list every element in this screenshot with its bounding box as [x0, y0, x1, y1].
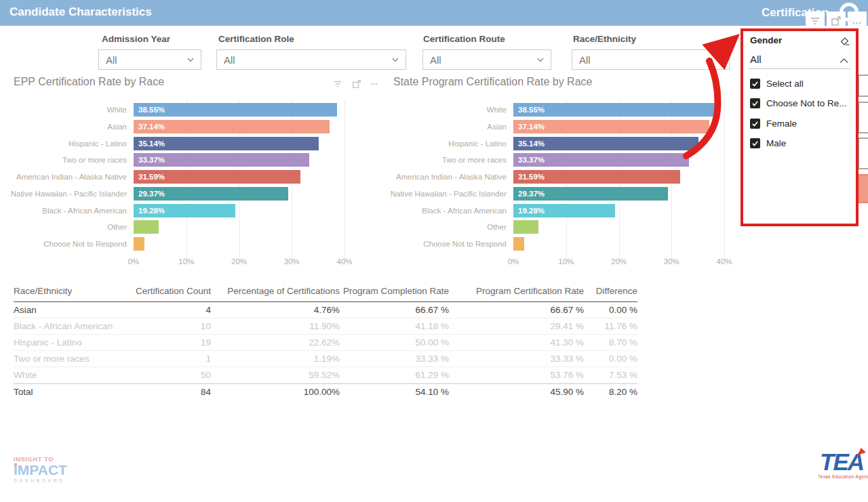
category-label: Other — [390, 220, 510, 234]
clear-selections-button[interactable] — [840, 35, 850, 49]
table-cell[interactable]: 66.67 % — [449, 302, 584, 318]
table-cell[interactable]: 0.00 % — [584, 351, 637, 367]
tea-logo-subtext: Texas Education Agency — [818, 474, 865, 479]
gender-option-select-all[interactable]: Select all — [750, 75, 804, 92]
table-cell[interactable]: 59.52% — [211, 367, 340, 383]
filter-dropdown-certification-role[interactable]: All — [216, 49, 406, 70]
table-cell[interactable]: 41.18 % — [340, 318, 449, 335]
x-axis-tick: 30% — [278, 257, 305, 266]
checkbox-checked-icon[interactable] — [750, 119, 760, 129]
bar-black-african-american[interactable]: 19.28% — [134, 204, 235, 217]
checkbox-checked-icon[interactable] — [750, 138, 760, 148]
visual-filter-button[interactable] — [806, 12, 825, 30]
bar-white[interactable]: 38.55% — [134, 103, 337, 117]
table-cell[interactable]: 100.00% — [211, 383, 340, 400]
bar-native-hawaiian-pacific-islander[interactable]: 29.37% — [513, 187, 668, 201]
bar-black-african-american[interactable]: 19.28% — [513, 204, 615, 217]
filter-dropdown-admission-year[interactable]: All — [98, 49, 201, 70]
table-cell[interactable]: 4.76% — [211, 302, 340, 318]
checkbox-checked-icon[interactable] — [750, 98, 760, 108]
table-cell[interactable]: 0.00 % — [584, 302, 637, 318]
x-axis-tick: 0% — [500, 257, 527, 266]
table-cell[interactable]: 66.67 % — [340, 302, 449, 318]
bar-value-label: 19.28% — [134, 204, 235, 217]
table-cell[interactable]: 50.00 % — [340, 335, 449, 351]
table-cell[interactable]: Asian — [14, 302, 115, 318]
bar-choose-not-to-respond[interactable] — [513, 237, 524, 251]
filter-dropdown-certification-route[interactable]: All — [422, 49, 551, 70]
filter-label-race-ethnicity: Race/Ethnicity — [573, 34, 636, 44]
race-ethnicity-table: Race/EthnicityCertification CountPercent… — [14, 283, 637, 400]
table-cell[interactable]: 7.53 % — [584, 367, 637, 383]
more-options-button[interactable]: ... — [848, 12, 867, 30]
bar-asian[interactable]: 37.14% — [513, 120, 709, 133]
header-bar: Candidate Characteristics — [0, 0, 868, 26]
table-cell[interactable]: 33.33 % — [340, 351, 449, 367]
chevron-down-icon — [186, 55, 195, 64]
bar-two-or-more-races[interactable]: 33.37% — [513, 153, 689, 167]
bar-value-label: 29.37% — [513, 187, 668, 201]
gender-option-choose-not-to-re-[interactable]: Choose Not to Re... — [750, 95, 847, 112]
table-header-0: Race/Ethnicity — [14, 283, 115, 302]
category-label: Asian — [390, 120, 510, 133]
table-cell[interactable]: 61.29 % — [340, 367, 449, 383]
table-cell[interactable]: 11.90% — [211, 318, 340, 335]
bar-native-hawaiian-pacific-islander[interactable]: 29.37% — [134, 187, 288, 201]
gender-dropdown-value: All — [750, 54, 762, 65]
category-label: Two or more races — [390, 153, 510, 167]
bar-other[interactable] — [513, 220, 538, 234]
table-cell[interactable]: 41.30 % — [449, 335, 584, 351]
gender-option-male[interactable]: Male — [750, 135, 786, 152]
bar-white[interactable]: 38.55% — [513, 103, 717, 117]
chevron-down-icon — [536, 55, 545, 64]
table-cell[interactable]: 4 — [115, 302, 211, 318]
bar-hispanic-latino[interactable]: 35.14% — [513, 137, 698, 150]
table-cell[interactable]: Two or more races — [14, 351, 115, 367]
bar-two-or-more-races[interactable]: 33.37% — [134, 153, 309, 167]
ellipsis-icon[interactable]: ... — [370, 79, 378, 89]
table-cell[interactable]: 1 — [115, 351, 211, 367]
category-label: Two or more races — [10, 153, 130, 167]
logo-dot — [14, 463, 17, 466]
funnel-icon[interactable] — [332, 79, 343, 89]
table-cell[interactable]: 84 — [115, 383, 211, 400]
table-cell[interactable]: 22.62% — [211, 335, 340, 351]
edge-button-fragment[interactable] — [858, 102, 868, 133]
logo-line-2: IMPACT — [14, 463, 67, 477]
table-cell[interactable]: Hispanic - Latino — [14, 335, 115, 351]
focus-mode-button[interactable] — [827, 12, 846, 30]
table-cell[interactable]: 8.70 % — [584, 335, 637, 351]
focus-mode-icon[interactable] — [351, 79, 362, 89]
edge-button-fragment[interactable] — [858, 138, 868, 169]
checkbox-checked-icon[interactable] — [750, 79, 760, 89]
table-cell[interactable]: Total — [14, 383, 115, 400]
edge-button-fragment[interactable] — [858, 75, 868, 97]
table-cell[interactable]: White — [14, 367, 115, 383]
table-cell[interactable]: Black - African American — [14, 318, 115, 335]
bar-other[interactable] — [134, 220, 159, 234]
bar-asian[interactable]: 37.14% — [134, 120, 330, 133]
table-cell[interactable]: 19 — [115, 335, 211, 351]
table-cell[interactable]: 53.76 % — [449, 367, 584, 383]
bar-american-indian-alaska-native[interactable]: 31.59% — [513, 170, 680, 184]
table-cell[interactable]: 11.76 % — [584, 318, 637, 335]
eraser-icon — [840, 35, 850, 46]
gender-dropdown[interactable]: All — [749, 51, 850, 69]
table-cell[interactable]: 45.90 % — [449, 383, 584, 400]
table-cell[interactable]: 54.10 % — [340, 383, 449, 400]
bar-hispanic-latino[interactable]: 35.14% — [134, 137, 319, 150]
table-cell[interactable]: 33.33 % — [449, 351, 584, 367]
table-cell[interactable]: 1.19% — [211, 351, 340, 367]
table-cell[interactable]: 50 — [115, 367, 211, 383]
bar-american-indian-alaska-native[interactable]: 31.59% — [134, 170, 300, 184]
category-label: Other — [10, 220, 130, 234]
gender-option-female[interactable]: Female — [750, 114, 797, 132]
table-cell[interactable]: 10 — [115, 318, 211, 335]
category-label: Choose Not to Respond — [10, 237, 130, 251]
filter-dropdown-race-ethnicity[interactable]: All — [572, 49, 730, 70]
table-cell[interactable]: 29.41 % — [449, 318, 584, 335]
bar-choose-not-to-respond[interactable] — [134, 237, 144, 251]
x-axis-tick: 40% — [711, 257, 738, 266]
edge-button-fragment-active[interactable] — [858, 174, 868, 203]
table-cell[interactable]: 8.20 % — [584, 383, 637, 400]
